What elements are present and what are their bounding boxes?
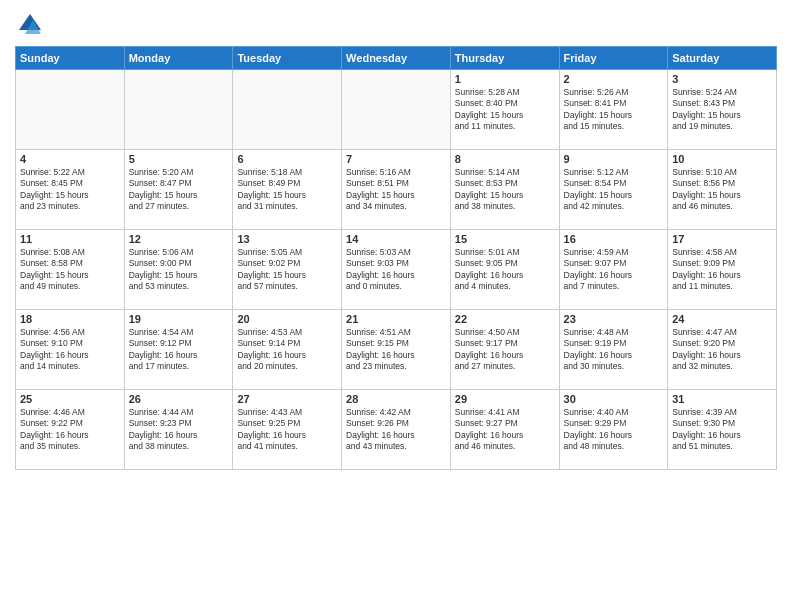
day-info: Sunrise: 5:14 AMSunset: 8:53 PMDaylight:…	[455, 167, 555, 213]
day-info: Sunrise: 5:24 AMSunset: 8:43 PMDaylight:…	[672, 87, 772, 133]
day-number: 15	[455, 233, 555, 245]
calendar-cell: 27Sunrise: 4:43 AMSunset: 9:25 PMDayligh…	[233, 390, 342, 470]
day-number: 19	[129, 313, 229, 325]
day-info: Sunrise: 5:10 AMSunset: 8:56 PMDaylight:…	[672, 167, 772, 213]
day-info: Sunrise: 5:05 AMSunset: 9:02 PMDaylight:…	[237, 247, 337, 293]
calendar-cell: 20Sunrise: 4:53 AMSunset: 9:14 PMDayligh…	[233, 310, 342, 390]
calendar-cell: 3Sunrise: 5:24 AMSunset: 8:43 PMDaylight…	[668, 70, 777, 150]
calendar-cell: 2Sunrise: 5:26 AMSunset: 8:41 PMDaylight…	[559, 70, 668, 150]
calendar-cell: 9Sunrise: 5:12 AMSunset: 8:54 PMDaylight…	[559, 150, 668, 230]
calendar-cell: 6Sunrise: 5:18 AMSunset: 8:49 PMDaylight…	[233, 150, 342, 230]
calendar-cell: 4Sunrise: 5:22 AMSunset: 8:45 PMDaylight…	[16, 150, 125, 230]
calendar-cell: 15Sunrise: 5:01 AMSunset: 9:05 PMDayligh…	[450, 230, 559, 310]
header-row: SundayMondayTuesdayWednesdayThursdayFrid…	[16, 47, 777, 70]
day-number: 14	[346, 233, 446, 245]
day-number: 1	[455, 73, 555, 85]
calendar-cell	[342, 70, 451, 150]
day-info: Sunrise: 4:48 AMSunset: 9:19 PMDaylight:…	[564, 327, 664, 373]
calendar-cell: 22Sunrise: 4:50 AMSunset: 9:17 PMDayligh…	[450, 310, 559, 390]
day-info: Sunrise: 5:16 AMSunset: 8:51 PMDaylight:…	[346, 167, 446, 213]
day-info: Sunrise: 4:51 AMSunset: 9:15 PMDaylight:…	[346, 327, 446, 373]
day-number: 13	[237, 233, 337, 245]
day-number: 18	[20, 313, 120, 325]
column-header-sunday: Sunday	[16, 47, 125, 70]
day-number: 10	[672, 153, 772, 165]
day-info: Sunrise: 5:08 AMSunset: 8:58 PMDaylight:…	[20, 247, 120, 293]
calendar-cell: 1Sunrise: 5:28 AMSunset: 8:40 PMDaylight…	[450, 70, 559, 150]
week-row-2: 4Sunrise: 5:22 AMSunset: 8:45 PMDaylight…	[16, 150, 777, 230]
day-info: Sunrise: 5:18 AMSunset: 8:49 PMDaylight:…	[237, 167, 337, 213]
day-info: Sunrise: 4:56 AMSunset: 9:10 PMDaylight:…	[20, 327, 120, 373]
logo	[15, 10, 49, 40]
day-number: 31	[672, 393, 772, 405]
calendar-cell: 11Sunrise: 5:08 AMSunset: 8:58 PMDayligh…	[16, 230, 125, 310]
calendar-cell: 26Sunrise: 4:44 AMSunset: 9:23 PMDayligh…	[124, 390, 233, 470]
day-number: 12	[129, 233, 229, 245]
week-row-5: 25Sunrise: 4:46 AMSunset: 9:22 PMDayligh…	[16, 390, 777, 470]
calendar-table: SundayMondayTuesdayWednesdayThursdayFrid…	[15, 46, 777, 470]
column-header-tuesday: Tuesday	[233, 47, 342, 70]
day-info: Sunrise: 4:41 AMSunset: 9:27 PMDaylight:…	[455, 407, 555, 453]
day-info: Sunrise: 4:54 AMSunset: 9:12 PMDaylight:…	[129, 327, 229, 373]
calendar-cell: 5Sunrise: 5:20 AMSunset: 8:47 PMDaylight…	[124, 150, 233, 230]
day-number: 6	[237, 153, 337, 165]
calendar-cell: 30Sunrise: 4:40 AMSunset: 9:29 PMDayligh…	[559, 390, 668, 470]
calendar-cell: 16Sunrise: 4:59 AMSunset: 9:07 PMDayligh…	[559, 230, 668, 310]
header	[15, 10, 777, 40]
calendar-cell: 31Sunrise: 4:39 AMSunset: 9:30 PMDayligh…	[668, 390, 777, 470]
day-info: Sunrise: 5:03 AMSunset: 9:03 PMDaylight:…	[346, 247, 446, 293]
day-info: Sunrise: 4:40 AMSunset: 9:29 PMDaylight:…	[564, 407, 664, 453]
day-number: 3	[672, 73, 772, 85]
calendar-cell: 17Sunrise: 4:58 AMSunset: 9:09 PMDayligh…	[668, 230, 777, 310]
day-number: 24	[672, 313, 772, 325]
day-info: Sunrise: 5:20 AMSunset: 8:47 PMDaylight:…	[129, 167, 229, 213]
calendar-cell: 25Sunrise: 4:46 AMSunset: 9:22 PMDayligh…	[16, 390, 125, 470]
week-row-3: 11Sunrise: 5:08 AMSunset: 8:58 PMDayligh…	[16, 230, 777, 310]
calendar-cell: 23Sunrise: 4:48 AMSunset: 9:19 PMDayligh…	[559, 310, 668, 390]
calendar-cell: 10Sunrise: 5:10 AMSunset: 8:56 PMDayligh…	[668, 150, 777, 230]
day-number: 29	[455, 393, 555, 405]
day-info: Sunrise: 4:42 AMSunset: 9:26 PMDaylight:…	[346, 407, 446, 453]
day-info: Sunrise: 5:26 AMSunset: 8:41 PMDaylight:…	[564, 87, 664, 133]
day-number: 7	[346, 153, 446, 165]
day-number: 28	[346, 393, 446, 405]
day-number: 26	[129, 393, 229, 405]
calendar-cell	[16, 70, 125, 150]
day-info: Sunrise: 4:53 AMSunset: 9:14 PMDaylight:…	[237, 327, 337, 373]
day-number: 30	[564, 393, 664, 405]
day-info: Sunrise: 5:22 AMSunset: 8:45 PMDaylight:…	[20, 167, 120, 213]
calendar-cell: 24Sunrise: 4:47 AMSunset: 9:20 PMDayligh…	[668, 310, 777, 390]
column-header-friday: Friday	[559, 47, 668, 70]
day-number: 2	[564, 73, 664, 85]
day-number: 4	[20, 153, 120, 165]
day-info: Sunrise: 5:28 AMSunset: 8:40 PMDaylight:…	[455, 87, 555, 133]
day-info: Sunrise: 4:43 AMSunset: 9:25 PMDaylight:…	[237, 407, 337, 453]
column-header-thursday: Thursday	[450, 47, 559, 70]
day-number: 8	[455, 153, 555, 165]
day-info: Sunrise: 4:46 AMSunset: 9:22 PMDaylight:…	[20, 407, 120, 453]
column-header-wednesday: Wednesday	[342, 47, 451, 70]
logo-icon	[15, 10, 45, 40]
day-number: 20	[237, 313, 337, 325]
day-info: Sunrise: 4:44 AMSunset: 9:23 PMDaylight:…	[129, 407, 229, 453]
day-info: Sunrise: 4:59 AMSunset: 9:07 PMDaylight:…	[564, 247, 664, 293]
calendar-cell: 13Sunrise: 5:05 AMSunset: 9:02 PMDayligh…	[233, 230, 342, 310]
calendar-cell: 12Sunrise: 5:06 AMSunset: 9:00 PMDayligh…	[124, 230, 233, 310]
calendar-cell: 28Sunrise: 4:42 AMSunset: 9:26 PMDayligh…	[342, 390, 451, 470]
calendar-cell	[233, 70, 342, 150]
day-number: 16	[564, 233, 664, 245]
day-info: Sunrise: 4:39 AMSunset: 9:30 PMDaylight:…	[672, 407, 772, 453]
day-number: 23	[564, 313, 664, 325]
day-info: Sunrise: 4:47 AMSunset: 9:20 PMDaylight:…	[672, 327, 772, 373]
day-number: 21	[346, 313, 446, 325]
calendar-cell: 21Sunrise: 4:51 AMSunset: 9:15 PMDayligh…	[342, 310, 451, 390]
day-number: 27	[237, 393, 337, 405]
day-info: Sunrise: 4:50 AMSunset: 9:17 PMDaylight:…	[455, 327, 555, 373]
day-number: 9	[564, 153, 664, 165]
column-header-monday: Monday	[124, 47, 233, 70]
day-info: Sunrise: 4:58 AMSunset: 9:09 PMDaylight:…	[672, 247, 772, 293]
calendar-cell: 19Sunrise: 4:54 AMSunset: 9:12 PMDayligh…	[124, 310, 233, 390]
day-number: 11	[20, 233, 120, 245]
calendar-cell: 29Sunrise: 4:41 AMSunset: 9:27 PMDayligh…	[450, 390, 559, 470]
calendar-cell: 8Sunrise: 5:14 AMSunset: 8:53 PMDaylight…	[450, 150, 559, 230]
